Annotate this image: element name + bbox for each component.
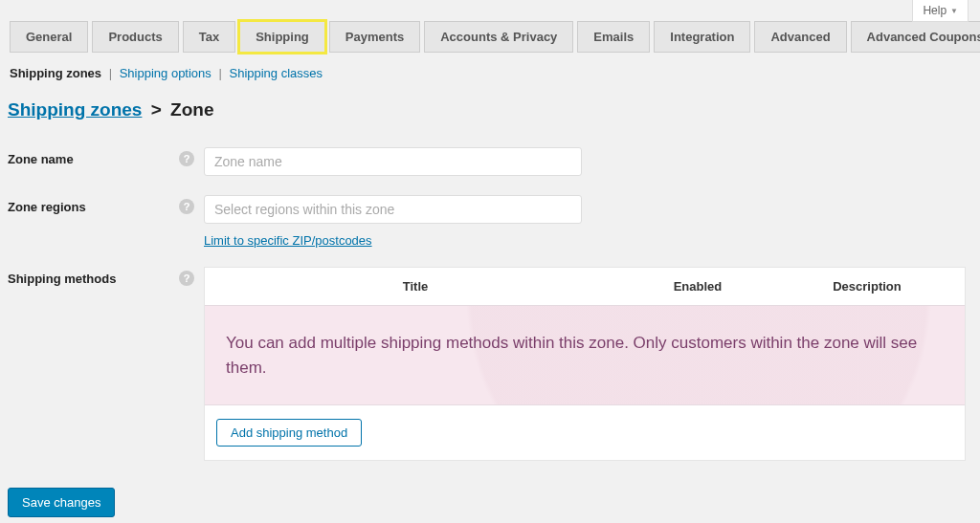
tab-shipping[interactable]: Shipping: [239, 21, 325, 53]
breadcrumb: Shipping zones > Zone: [0, 86, 980, 138]
zone-name-label: Zone name: [8, 152, 74, 166]
tab-advanced-coupons[interactable]: Advanced Coupons: [851, 21, 980, 53]
zip-postcodes-link[interactable]: Limit to specific ZIP/postcodes: [204, 233, 372, 248]
zone-regions-input[interactable]: [204, 195, 582, 224]
tab-products[interactable]: Products: [92, 21, 178, 53]
help-button[interactable]: Help ▼: [912, 0, 969, 22]
shipping-methods-label: Shipping methods: [8, 272, 116, 286]
tab-emails[interactable]: Emails: [577, 21, 650, 53]
tab-payments[interactable]: Payments: [329, 21, 420, 53]
zone-name-input[interactable]: [204, 147, 582, 176]
col-description: Description: [779, 279, 955, 294]
help-label: Help: [923, 4, 947, 17]
help-icon[interactable]: ?: [179, 271, 194, 286]
tab-general[interactable]: General: [10, 21, 88, 53]
tab-integration[interactable]: Integration: [654, 21, 750, 53]
help-icon[interactable]: ?: [179, 151, 194, 166]
tab-tax[interactable]: Tax: [183, 21, 235, 53]
tab-accounts-privacy[interactable]: Accounts & Privacy: [424, 21, 573, 53]
row-zone-regions: Zone regions ? Limit to specific ZIP/pos…: [0, 185, 980, 257]
shipping-methods-table: Title Enabled Description You can add mu…: [204, 267, 966, 461]
add-shipping-method-button[interactable]: Add shipping method: [216, 419, 362, 447]
save-changes-button[interactable]: Save changes: [8, 488, 115, 517]
help-icon[interactable]: ?: [179, 199, 194, 214]
zone-regions-label: Zone regions: [8, 200, 86, 214]
subtab-shipping-zones[interactable]: Shipping zones: [10, 66, 101, 80]
sub-tabs: Shipping zones | Shipping options | Ship…: [0, 53, 980, 86]
subtab-shipping-classes[interactable]: Shipping classes: [229, 66, 323, 80]
breadcrumb-current: Zone: [170, 99, 213, 120]
empty-methods-message: You can add multiple shipping methods wi…: [205, 305, 965, 405]
subtab-shipping-options[interactable]: Shipping options: [120, 66, 212, 80]
main-tabs: General Products Tax Shipping Payments A…: [0, 0, 980, 53]
col-title: Title: [214, 279, 616, 294]
col-enabled: Enabled: [616, 279, 779, 294]
row-shipping-methods: Shipping methods ? Title Enabled Descrip…: [0, 257, 980, 470]
tab-advanced[interactable]: Advanced: [754, 21, 846, 53]
row-zone-name: Zone name ?: [0, 138, 980, 185]
breadcrumb-parent[interactable]: Shipping zones: [8, 99, 142, 120]
chevron-down-icon: ▼: [950, 7, 958, 15]
